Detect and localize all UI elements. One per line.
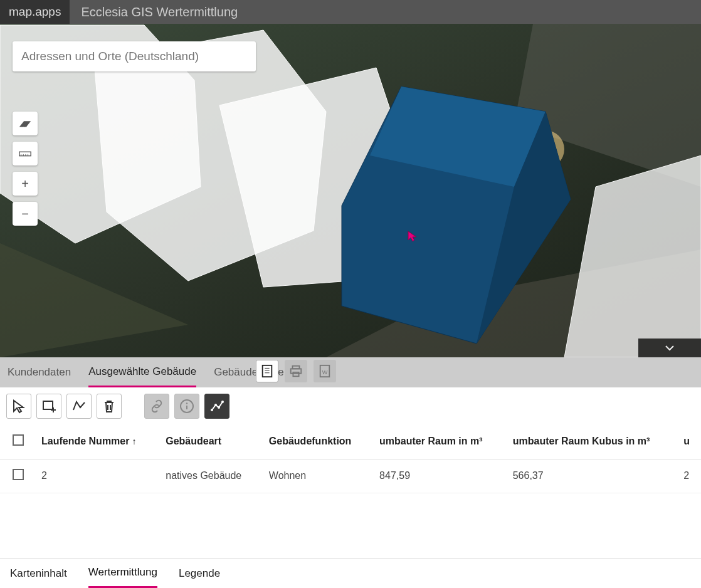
svg-point-28 xyxy=(211,409,213,411)
select-all-checkbox[interactable] xyxy=(13,434,24,446)
buildings-table: Laufende Nummer↑ Gebäudeart Gebäudefunkt… xyxy=(0,424,701,493)
map-controls: + − xyxy=(13,112,38,226)
row-checkbox[interactable] xyxy=(13,469,24,480)
panel-tabbar: Kundendaten Ausgewählte Gebäude Gebäudew… xyxy=(0,357,701,387)
buildings-panel: Laufende Nummer↑ Gebäudeart Gebäudefunkt… xyxy=(0,387,701,558)
trash-icon xyxy=(102,399,117,414)
tab-karteninhalt[interactable]: Karteninhalt xyxy=(10,559,67,588)
chevron-down-icon xyxy=(665,345,675,351)
cell-last: 2 xyxy=(675,459,701,493)
polygon-tool-button[interactable] xyxy=(66,394,92,419)
document-icon xyxy=(260,364,274,378)
bottom-tabbar: Karteninhalt Wertermittlung Legende xyxy=(0,558,701,588)
app-logo: map.apps xyxy=(0,0,70,24)
cell-art: natives Gebäude xyxy=(157,459,260,493)
export-word-button[interactable]: W xyxy=(314,360,336,382)
zoom-out-button[interactable]: − xyxy=(13,202,38,226)
map-view[interactable]: + − xyxy=(0,24,701,357)
link-icon xyxy=(149,399,164,414)
col-umbauter-raum-kubus[interactable]: umbauter Raum Kubus in m³ xyxy=(504,424,675,459)
zoom-in-button[interactable]: + xyxy=(13,172,38,196)
table-header-row: Laufende Nummer↑ Gebäudeart Gebäudefunkt… xyxy=(0,424,701,459)
table-row[interactable]: 2 natives Gebäude Wohnen 847,59 566,37 2 xyxy=(0,459,701,493)
col-gebaeudefunktion[interactable]: Gebäudefunktion xyxy=(260,424,371,459)
map-3d-scene xyxy=(0,24,701,357)
cursor-icon xyxy=(408,231,418,242)
cell-kubus: 566,37 xyxy=(504,459,675,493)
tab-legende[interactable]: Legende xyxy=(179,559,220,588)
tab-kundendaten[interactable]: Kundendaten xyxy=(8,357,71,387)
polygon-icon xyxy=(71,399,87,414)
svg-point-30 xyxy=(218,406,220,409)
graph-button[interactable] xyxy=(204,394,229,419)
select-tool-button[interactable] xyxy=(6,394,31,419)
buildings-toolbar xyxy=(0,387,701,424)
cell-raum: 847,59 xyxy=(371,459,504,493)
pointer-icon xyxy=(11,399,26,414)
svg-rect-22 xyxy=(43,401,53,409)
cell-funktion: Wohnen xyxy=(260,459,371,493)
address-search[interactable] xyxy=(13,41,256,71)
graph-icon xyxy=(209,399,224,414)
svg-point-31 xyxy=(221,401,224,403)
link-button xyxy=(144,394,169,419)
col-umbauter-raum[interactable]: umbauter Raum in m³ xyxy=(371,424,504,459)
sort-asc-icon: ↑ xyxy=(132,436,136,446)
cell-nummer: 2 xyxy=(33,459,157,493)
svg-text:W: W xyxy=(322,369,328,375)
report-text-button[interactable] xyxy=(256,360,278,382)
print-icon xyxy=(289,364,303,378)
col-laufende-nummer[interactable]: Laufende Nummer↑ xyxy=(33,424,157,459)
view3d-icon xyxy=(18,118,32,129)
print-button[interactable] xyxy=(285,360,307,382)
address-search-input[interactable] xyxy=(21,50,247,63)
svg-rect-13 xyxy=(263,365,272,377)
app-header: map.apps Ecclesia GIS Wertermittlung xyxy=(0,0,701,24)
word-doc-icon: W xyxy=(318,364,332,378)
tab-wertermittlung[interactable]: Wertermittlung xyxy=(88,559,157,588)
tab-ausgewaehlte-gebaeude[interactable]: Ausgewählte Gebäude xyxy=(88,357,196,387)
add-rectangle-button[interactable] xyxy=(36,394,61,419)
panel-actions: W xyxy=(256,360,336,382)
view-2d-button[interactable] xyxy=(13,142,38,165)
view-3d-button[interactable] xyxy=(13,112,38,135)
info-button xyxy=(174,394,199,419)
svg-point-29 xyxy=(214,404,217,406)
svg-point-27 xyxy=(186,402,187,404)
info-icon xyxy=(179,399,194,414)
col-gebaeudeart[interactable]: Gebäudeart xyxy=(157,424,260,459)
add-rect-icon xyxy=(41,399,56,414)
col-extra[interactable]: u xyxy=(675,424,701,459)
delete-button[interactable] xyxy=(97,394,122,419)
collapse-panel-button[interactable] xyxy=(638,339,701,357)
page-title: Ecclesia GIS Wertermittlung xyxy=(81,5,238,19)
view2d-icon xyxy=(18,149,32,159)
